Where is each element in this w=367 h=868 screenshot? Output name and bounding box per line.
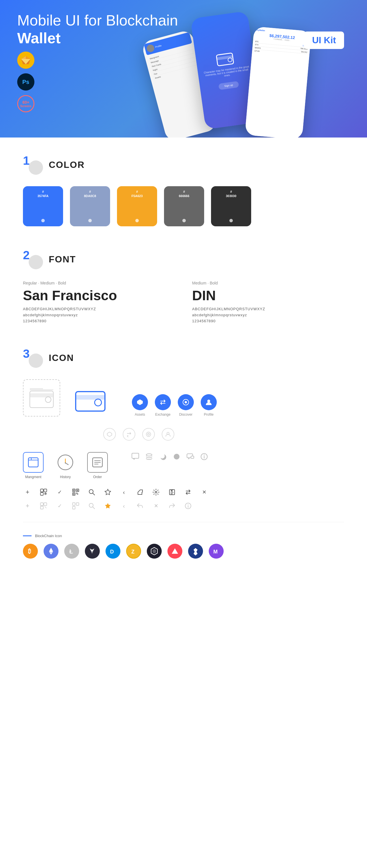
ui-kit-badge: UI Kit: [304, 32, 344, 49]
dash-logo: D: [106, 544, 120, 559]
color-swatches: #3574FA #8DA0C8 #F5A623 #666666 #303030: [23, 186, 344, 226]
transfer-icon: [184, 488, 193, 497]
nav-icon-assets: Assets: [132, 394, 148, 416]
grid-edit-icon: [39, 488, 48, 497]
phones-container: Profile Mangment Message Red Cards Night…: [152, 0, 367, 137]
check-icon: ✓: [55, 488, 64, 497]
svg-rect-61: [73, 506, 75, 509]
blockchain-line: [23, 535, 32, 536]
icon-section-header: 3 ICON: [23, 348, 344, 368]
font-section: 2 FONT Regular · Medium · Bold San Franc…: [23, 249, 344, 325]
svg-rect-41: [44, 489, 47, 492]
svg-point-51: [155, 491, 157, 493]
nav-icon-assets-outline: [103, 428, 116, 441]
svg-text:M: M: [213, 549, 218, 555]
hero-section: Mobile UI for Blockchain Wallet UI Kit P…: [0, 0, 367, 137]
search-icon: [87, 488, 96, 497]
app-icon-management: Mangment: [23, 452, 44, 479]
nav-icons-colored: Assets Exchange: [132, 394, 217, 416]
svg-rect-56: [40, 503, 43, 506]
svg-point-14: [94, 399, 102, 406]
svg-text:D: D: [110, 549, 114, 555]
check-icon-outline: ✓: [55, 501, 64, 510]
svg-rect-59: [73, 503, 75, 505]
color-swatch-blue: #3574FA: [23, 186, 63, 226]
svg-point-33: [146, 454, 152, 456]
close-icon-outline: ✕: [151, 501, 161, 510]
svg-rect-42: [40, 492, 43, 495]
icon-section-title: ICON: [49, 353, 74, 363]
wallet-blue-icon: [72, 382, 109, 416]
stack-icon: [144, 452, 154, 461]
icon-section: 3 ICON: [23, 348, 344, 559]
nav-icon-exchange-outline: [123, 428, 135, 441]
app-icon-order: Order: [87, 452, 108, 479]
bitcoin-logo: ₿: [23, 544, 38, 559]
blockchain-label: BlockChain Icon: [23, 534, 344, 538]
svg-point-39: [204, 455, 205, 456]
svg-rect-8: [30, 393, 53, 397]
font-item-din: Medium · Bold DIN ABCDEFGHIJKLMNOPQRSTUV…: [192, 281, 344, 325]
ethereum-logo: [44, 544, 58, 559]
font-section-title: FONT: [49, 254, 76, 265]
svg-text:Z: Z: [131, 549, 135, 555]
divider: [23, 522, 344, 522]
nav-icon-exchange: Exchange: [155, 394, 171, 416]
nav-icon-profile-outline: [162, 428, 174, 441]
crypto-logos-row: ₿ Ł: [23, 544, 344, 559]
svg-line-63: [93, 507, 94, 509]
svg-point-66: [188, 504, 188, 505]
star-icon: [103, 488, 112, 497]
svg-line-50: [93, 493, 94, 495]
color-section: 1 COLOR #3574FA #8DA0C8 #F5A623 #666666: [23, 155, 344, 226]
nav-icon-profile: Profile: [201, 394, 217, 416]
qr-icon: [71, 488, 80, 497]
svg-rect-48: [74, 494, 75, 495]
color-swatch-gray: #666666: [164, 186, 204, 226]
speech-bubble-icon: [186, 452, 195, 461]
svg-rect-21: [28, 458, 38, 467]
chevron-left-icon: ‹: [119, 488, 129, 497]
bytom-logo: [85, 544, 100, 559]
reply-icon-outline: [135, 501, 144, 510]
screens-badge: 60+ Screens: [17, 95, 34, 112]
nav-icon-discover-outline: [142, 428, 155, 441]
color-section-title: COLOR: [49, 160, 85, 170]
circle-icon: [172, 452, 181, 461]
app-icon-history: History: [55, 452, 76, 479]
svg-point-16: [185, 401, 187, 403]
info-icon-outline: [184, 501, 193, 510]
litecoin-logo: Ł: [64, 544, 79, 559]
svg-rect-40: [40, 489, 43, 492]
forward-icon-outline: [167, 501, 177, 510]
phone-right: myWallet + $6,297,502.12 ≈ 0.000232... ·…: [245, 26, 311, 137]
svg-text:₿: ₿: [28, 548, 31, 554]
svg-rect-12: [76, 392, 105, 411]
color-swatch-dark: #303030: [211, 186, 251, 226]
color-swatch-slate: #8DA0C8: [70, 186, 110, 226]
svg-rect-13: [76, 395, 105, 400]
sketch-badge: [17, 52, 34, 69]
svg-point-9: [45, 397, 51, 402]
chevron-left-icon-outline: ‹: [119, 501, 129, 510]
color-swatch-orange: #F5A623: [117, 186, 157, 226]
svg-point-17: [207, 400, 210, 402]
info-icon: [200, 452, 209, 461]
app-icons-row: Mangment History: [23, 452, 344, 479]
font-section-number: 2: [23, 249, 43, 269]
moon-icon: [158, 452, 167, 461]
iota-logo: [147, 544, 162, 559]
ps-badge: Ps: [17, 73, 34, 91]
plus-icon-outline: +: [23, 501, 32, 510]
settings-icon: [151, 488, 161, 497]
export-icon: [167, 488, 177, 497]
svg-rect-57: [44, 503, 47, 506]
icon-section-number: 3: [23, 348, 43, 368]
small-icons-row-2: + ✓: [23, 501, 344, 510]
svg-point-34: [174, 454, 179, 460]
svg-rect-32: [132, 453, 139, 458]
nav-icons-outline: [103, 428, 344, 441]
wallet-icons-row: Assets Exchange: [23, 379, 344, 416]
svg-marker-74: [152, 549, 156, 554]
color-section-number: 1: [23, 155, 43, 175]
